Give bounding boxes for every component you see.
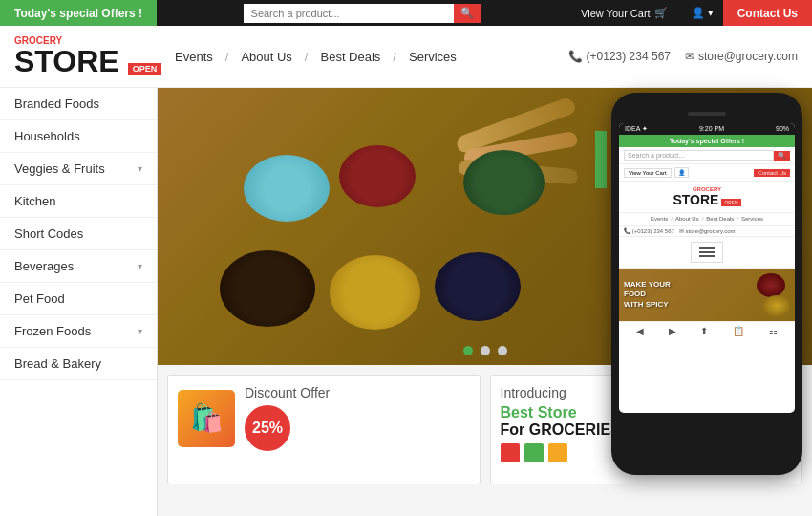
phone-speaker <box>688 112 726 116</box>
sidebar-item-kitchen[interactable]: Kitchen <box>0 185 157 218</box>
phone-logo: GROCERY STORE OPEN <box>619 182 795 213</box>
phone-mockup-overlay: IDEA ✦ 9:20 PM 90% Today's special Offer… <box>602 88 812 516</box>
nav-sep-3: / <box>393 50 396 64</box>
phone-offer-text: Today's special Offers ! <box>670 138 744 144</box>
logo: GROCERY STORE OPEN <box>14 36 167 76</box>
share-icon[interactable]: ⬆ <box>700 326 708 336</box>
cart-button[interactable]: View Your Cart 🛒 <box>566 7 682 19</box>
nav-sep: / <box>671 216 673 222</box>
phone-num-text: (+0123) 234 567 <box>632 228 674 234</box>
sidebar-item-bread-bakery[interactable]: Bread & Bakery <box>0 348 157 380</box>
email-address: store@grocery.com <box>698 50 798 63</box>
phone-nav-links: Events / About Us / Best Deals / Service… <box>619 213 795 226</box>
chevron-down-icon: ▾ <box>708 7 714 19</box>
phone-battery: 90% <box>776 125 789 133</box>
tabs-icon[interactable]: ⚏ <box>769 326 778 336</box>
phone-search-input[interactable]: Search a product... <box>624 150 774 161</box>
phone-user-button[interactable]: 👤 <box>674 167 689 178</box>
main-nav: Events / About Us / Best Deals / Service… <box>167 50 568 64</box>
nav-sep: / <box>702 216 704 222</box>
phone-time: 9:20 PM <box>699 125 724 133</box>
slider-dot-3[interactable] <box>498 346 507 355</box>
sidebar-label: Short Codes <box>14 226 83 241</box>
back-icon[interactable]: ◀ <box>636 326 644 336</box>
nav-deals[interactable]: Best Deals <box>312 50 388 64</box>
phone-carrier: IDEA ✦ <box>625 125 648 133</box>
search-button[interactable]: 🔍 <box>454 4 481 23</box>
phone-email-text: store@grocery.com <box>686 228 736 234</box>
nav-sep-2: / <box>305 50 309 64</box>
sidebar-label: Kitchen <box>14 194 55 208</box>
search-input[interactable] <box>244 4 454 23</box>
slider-dot-1[interactable] <box>463 346 473 355</box>
phone-bowl-mini-2 <box>763 295 790 316</box>
sidebar-item-veggies[interactable]: Veggies & Fruits ▾ <box>0 153 157 185</box>
phone-search-button[interactable]: 🔍 <box>774 151 790 161</box>
nav-about[interactable]: About Us <box>233 50 299 64</box>
phone-home-bar: ◀ ▶ ⬆ 📋 ⚏ <box>619 321 795 340</box>
phone-hamburger-area <box>619 237 795 269</box>
bowl-3 <box>463 150 545 215</box>
phone-logo-open: OPEN <box>721 199 740 206</box>
contact-button[interactable]: Contact Us <box>723 0 812 26</box>
content-area: 🛍️ Discount Offer 25% Introducing Best S… <box>158 88 812 516</box>
user-icon: 👤 <box>692 7 705 19</box>
phone-contact-phone: 📞 (+0123) 234 567 <box>624 227 674 234</box>
sidebar-label: Bread & Bakery <box>14 356 101 371</box>
phone-bowl-mini-1 <box>757 273 785 297</box>
phone-frame: IDEA ✦ 9:20 PM 90% Today's special Offer… <box>611 93 802 475</box>
hamburger-button[interactable] <box>691 242 723 263</box>
phone-nav-deals[interactable]: Best Deals <box>706 216 734 222</box>
phone-nav-events[interactable]: Events <box>651 216 668 222</box>
nav-events[interactable]: Events <box>167 50 221 64</box>
phone-cart-button[interactable]: View Your Cart <box>624 168 672 178</box>
contact-label: Contact Us <box>737 7 798 20</box>
sidebar-label: Branded Foods <box>14 97 99 111</box>
phone-logo-store: STORE <box>673 192 718 207</box>
nav-services[interactable]: Services <box>401 50 464 64</box>
sidebar-item-pet-food[interactable]: Pet Food <box>0 283 157 315</box>
sidebar-item-beverages[interactable]: Beverages ▾ <box>0 250 157 283</box>
slider-dot-2[interactable] <box>481 346 490 355</box>
card-title: Discount Offer <box>245 385 330 400</box>
forward-icon[interactable]: ▶ <box>669 326 676 336</box>
offer-text: Today's special Offers ! <box>14 7 142 20</box>
logo-store: STORE <box>14 46 119 76</box>
hamburger-line <box>699 251 715 253</box>
chevron-down-icon: ▾ <box>138 261 142 271</box>
product-thumb-3 <box>548 443 567 462</box>
card-image: 🛍️ <box>178 390 235 447</box>
chevron-down-icon: ▾ <box>138 326 142 336</box>
sidebar-item-branded-foods[interactable]: Branded Foods <box>0 88 157 120</box>
top-search-area: 🔍 <box>157 4 566 23</box>
phone-screen: IDEA ✦ 9:20 PM 90% Today's special Offer… <box>619 123 795 413</box>
bowl-5 <box>330 255 420 330</box>
sidebar-item-frozen-foods[interactable]: Frozen Foods ▾ <box>0 315 157 348</box>
offer-banner: Today's special Offers ! <box>0 0 157 26</box>
nav-sep: / <box>737 216 738 222</box>
phone-nav-services[interactable]: Services <box>741 216 763 222</box>
phone-hero-mini: MAKE YOURFOODWITH SPICY <box>619 269 795 321</box>
hamburger-line <box>699 247 715 249</box>
main-layout: Branded Foods Households Veggies & Fruit… <box>0 88 812 516</box>
email-icon: ✉ <box>685 50 694 63</box>
phone-search-area: Search a product... 🔍 <box>619 147 795 164</box>
phone-info: 📞 (+0123) 234 567 <box>568 50 671 63</box>
bowl-1 <box>244 155 330 222</box>
sidebar-label: Veggies & Fruits <box>14 161 105 176</box>
logo-open: OPEN <box>128 63 162 75</box>
hamburger-line <box>699 255 715 257</box>
discount-card: 🛍️ Discount Offer 25% <box>167 375 481 484</box>
cart-icon: 🛒 <box>654 7 668 19</box>
bookmark-icon[interactable]: 📋 <box>733 326 744 336</box>
sidebar-item-households[interactable]: Households <box>0 120 157 153</box>
phone-nav-about[interactable]: About Us <box>675 216 699 222</box>
product-thumb-1 <box>501 443 520 462</box>
phone-contact-button[interactable]: Contact Us <box>754 169 790 177</box>
sidebar-label: Pet Food <box>14 291 65 306</box>
sidebar-item-short-codes[interactable]: Short Codes <box>0 218 157 250</box>
phone-contact-email: ✉ store@grocery.com <box>679 227 736 234</box>
phone-home-button[interactable] <box>693 418 721 446</box>
user-button[interactable]: 👤 ▾ <box>682 7 723 19</box>
site-header: GROCERY STORE OPEN Events / About Us / B… <box>0 26 812 88</box>
